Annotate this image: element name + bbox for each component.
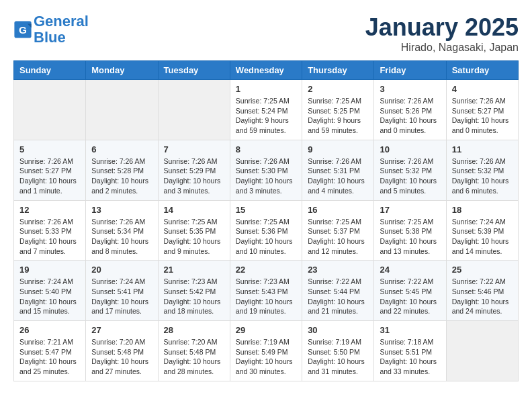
calendar-cell: 31Sunrise: 7:18 AMSunset: 5:51 PMDayligh… (374, 321, 446, 381)
calendar-cell: 13Sunrise: 7:26 AMSunset: 5:34 PMDayligh… (86, 200, 158, 261)
location-subtitle: Hirado, Nagasaki, Japan (365, 42, 519, 54)
day-number: 7 (164, 144, 224, 154)
day-number: 28 (164, 325, 224, 335)
weekday-header-saturday: Saturday (446, 61, 518, 80)
weekday-header-row: SundayMondayTuesdayWednesdayThursdayFrid… (14, 61, 519, 80)
calendar-cell: 11Sunrise: 7:26 AMSunset: 5:32 PMDayligh… (446, 140, 518, 200)
calendar-cell: 27Sunrise: 7:20 AMSunset: 5:48 PMDayligh… (86, 321, 158, 381)
calendar-week-4: 19Sunrise: 7:24 AMSunset: 5:40 PMDayligh… (14, 261, 519, 321)
weekday-header-tuesday: Tuesday (158, 61, 230, 80)
day-number: 23 (308, 265, 368, 275)
calendar-week-5: 26Sunrise: 7:21 AMSunset: 5:47 PMDayligh… (14, 321, 519, 381)
day-info: Sunrise: 7:26 AMSunset: 5:30 PMDaylight:… (236, 156, 296, 196)
day-info: Sunrise: 7:25 AMSunset: 5:25 PMDaylight:… (308, 96, 368, 136)
day-info: Sunrise: 7:26 AMSunset: 5:32 PMDaylight:… (380, 156, 440, 196)
calendar-cell: 17Sunrise: 7:25 AMSunset: 5:38 PMDayligh… (374, 200, 446, 261)
calendar-cell: 16Sunrise: 7:25 AMSunset: 5:37 PMDayligh… (302, 200, 374, 261)
day-info: Sunrise: 7:22 AMSunset: 5:46 PMDaylight:… (452, 277, 513, 316)
calendar-cell: 24Sunrise: 7:22 AMSunset: 5:45 PMDayligh… (374, 261, 446, 321)
day-number: 13 (91, 205, 152, 215)
day-info: Sunrise: 7:23 AMSunset: 5:43 PMDaylight:… (236, 277, 296, 316)
day-number: 31 (380, 325, 440, 335)
logo: G General Blue (13, 13, 89, 46)
calendar-cell: 26Sunrise: 7:21 AMSunset: 5:47 PMDayligh… (14, 321, 86, 381)
calendar-week-2: 5Sunrise: 7:26 AMSunset: 5:27 PMDaylight… (14, 140, 519, 200)
day-number: 14 (164, 205, 224, 215)
logo-line1: General (34, 13, 89, 30)
calendar-cell: 12Sunrise: 7:26 AMSunset: 5:33 PMDayligh… (14, 200, 86, 261)
calendar-cell: 29Sunrise: 7:19 AMSunset: 5:49 PMDayligh… (230, 321, 302, 381)
day-info: Sunrise: 7:24 AMSunset: 5:39 PMDaylight:… (452, 217, 513, 257)
weekday-header-thursday: Thursday (302, 61, 374, 80)
day-number: 3 (380, 84, 440, 94)
day-info: Sunrise: 7:22 AMSunset: 5:45 PMDaylight:… (380, 277, 440, 316)
calendar-cell: 30Sunrise: 7:19 AMSunset: 5:50 PMDayligh… (302, 321, 374, 381)
day-info: Sunrise: 7:26 AMSunset: 5:32 PMDaylight:… (452, 156, 513, 196)
day-info: Sunrise: 7:20 AMSunset: 5:48 PMDaylight:… (164, 337, 224, 377)
weekday-header-monday: Monday (86, 61, 158, 80)
calendar-cell: 4Sunrise: 7:26 AMSunset: 5:27 PMDaylight… (446, 80, 518, 140)
day-number: 27 (91, 325, 152, 335)
calendar-cell: 6Sunrise: 7:26 AMSunset: 5:28 PMDaylight… (86, 140, 158, 200)
logo-line2: Blue (34, 29, 66, 46)
day-info: Sunrise: 7:25 AMSunset: 5:38 PMDaylight:… (380, 217, 440, 257)
weekday-header-wednesday: Wednesday (230, 61, 302, 80)
day-number: 1 (236, 84, 296, 94)
day-number: 25 (452, 265, 513, 275)
calendar-cell: 3Sunrise: 7:26 AMSunset: 5:26 PMDaylight… (374, 80, 446, 140)
calendar-cell: 5Sunrise: 7:26 AMSunset: 5:27 PMDaylight… (14, 140, 86, 200)
logo-icon: G (13, 20, 32, 39)
day-number: 16 (308, 205, 368, 215)
calendar-cell: 1Sunrise: 7:25 AMSunset: 5:24 PMDaylight… (230, 80, 302, 140)
day-info: Sunrise: 7:26 AMSunset: 5:29 PMDaylight:… (164, 156, 224, 196)
day-number: 10 (380, 144, 440, 154)
day-info: Sunrise: 7:26 AMSunset: 5:31 PMDaylight:… (308, 156, 368, 196)
svg-text:G: G (19, 24, 27, 36)
title-area: January 2025 Hirado, Nagasaki, Japan (365, 13, 519, 54)
calendar-cell (446, 321, 518, 381)
day-number: 30 (308, 325, 368, 335)
logo-text: General Blue (34, 13, 89, 46)
calendar-cell: 21Sunrise: 7:23 AMSunset: 5:42 PMDayligh… (158, 261, 230, 321)
day-number: 29 (236, 325, 296, 335)
day-number: 9 (308, 144, 368, 154)
day-number: 19 (19, 265, 80, 275)
day-info: Sunrise: 7:18 AMSunset: 5:51 PMDaylight:… (380, 337, 440, 377)
day-number: 4 (452, 84, 513, 94)
calendar-cell: 28Sunrise: 7:20 AMSunset: 5:48 PMDayligh… (158, 321, 230, 381)
day-info: Sunrise: 7:24 AMSunset: 5:40 PMDaylight:… (19, 277, 80, 316)
day-info: Sunrise: 7:21 AMSunset: 5:47 PMDaylight:… (19, 337, 80, 377)
day-info: Sunrise: 7:25 AMSunset: 5:35 PMDaylight:… (164, 217, 224, 257)
day-number: 18 (452, 205, 513, 215)
day-info: Sunrise: 7:19 AMSunset: 5:49 PMDaylight:… (236, 337, 296, 377)
calendar-cell: 23Sunrise: 7:22 AMSunset: 5:44 PMDayligh… (302, 261, 374, 321)
day-number: 22 (236, 265, 296, 275)
day-number: 26 (19, 325, 80, 335)
day-info: Sunrise: 7:19 AMSunset: 5:50 PMDaylight:… (308, 337, 368, 377)
day-info: Sunrise: 7:26 AMSunset: 5:26 PMDaylight:… (380, 96, 440, 136)
day-info: Sunrise: 7:26 AMSunset: 5:27 PMDaylight:… (452, 96, 513, 136)
day-info: Sunrise: 7:25 AMSunset: 5:24 PMDaylight:… (236, 96, 296, 136)
day-info: Sunrise: 7:26 AMSunset: 5:28 PMDaylight:… (91, 156, 152, 196)
day-info: Sunrise: 7:24 AMSunset: 5:41 PMDaylight:… (91, 277, 152, 316)
day-number: 20 (91, 265, 152, 275)
weekday-header-friday: Friday (374, 61, 446, 80)
calendar-cell: 9Sunrise: 7:26 AMSunset: 5:31 PMDaylight… (302, 140, 374, 200)
calendar-week-3: 12Sunrise: 7:26 AMSunset: 5:33 PMDayligh… (14, 200, 519, 261)
day-number: 15 (236, 205, 296, 215)
calendar-cell: 2Sunrise: 7:25 AMSunset: 5:25 PMDaylight… (302, 80, 374, 140)
day-info: Sunrise: 7:26 AMSunset: 5:34 PMDaylight:… (91, 217, 152, 257)
calendar-cell: 15Sunrise: 7:25 AMSunset: 5:36 PMDayligh… (230, 200, 302, 261)
calendar-cell: 19Sunrise: 7:24 AMSunset: 5:40 PMDayligh… (14, 261, 86, 321)
day-info: Sunrise: 7:25 AMSunset: 5:36 PMDaylight:… (236, 217, 296, 257)
day-number: 11 (452, 144, 513, 154)
header: G General Blue January 2025 Hirado, Naga… (13, 13, 519, 54)
day-number: 21 (164, 265, 224, 275)
day-number: 8 (236, 144, 296, 154)
calendar-cell (86, 80, 158, 140)
weekday-header-sunday: Sunday (14, 61, 86, 80)
day-info: Sunrise: 7:25 AMSunset: 5:37 PMDaylight:… (308, 217, 368, 257)
calendar-cell: 25Sunrise: 7:22 AMSunset: 5:46 PMDayligh… (446, 261, 518, 321)
day-info: Sunrise: 7:26 AMSunset: 5:33 PMDaylight:… (19, 217, 80, 257)
calendar-table: SundayMondayTuesdayWednesdayThursdayFrid… (13, 60, 519, 381)
